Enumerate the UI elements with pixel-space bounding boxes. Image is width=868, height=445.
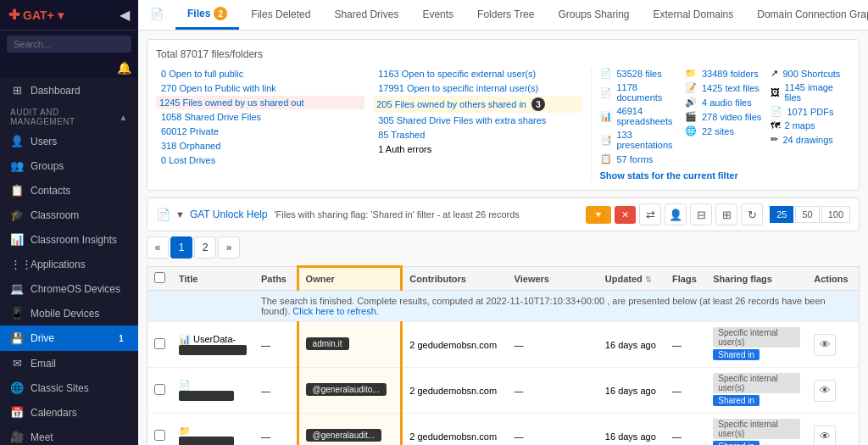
stat-orphaned[interactable]: 318 Orphaned <box>156 139 364 153</box>
stat-shared-drive-extra[interactable]: 305 Shared Drive Files with extra shares <box>373 114 581 127</box>
logo-arrow[interactable]: ▾ <box>58 8 64 22</box>
chevron-up-icon: ▲ <box>120 113 128 122</box>
stat-forms[interactable]: 📋 57 forms <box>600 153 681 165</box>
stat-drawings[interactable]: ✏ 24 drawings <box>771 133 851 146</box>
sidebar-item-classroom[interactable]: 🎓 Classroom <box>0 203 138 227</box>
pagination: « 1 2 » <box>147 236 240 259</box>
sidebar-item-drive[interactable]: 💾 Drive 1 <box>0 325 138 351</box>
per-page-25[interactable]: 25 <box>770 206 793 223</box>
stat-text-files[interactable]: 📝 1425 text files <box>685 81 765 94</box>
tab-domain-connection[interactable]: Domain Connection Graph <box>745 2 868 30</box>
next-page-btn[interactable]: » <box>218 236 240 259</box>
sidebar-header: ✚ GAT+ ▾ ◀ <box>0 0 138 31</box>
drive-icon: 💾 <box>10 332 24 345</box>
stat-spreadsheets[interactable]: 📊 46914 spreadsheets <box>600 105 681 127</box>
sidebar-item-contacts[interactable]: 📋 Contacts <box>0 178 138 203</box>
bell-icon[interactable]: 🔔 <box>117 61 131 75</box>
per-page-50[interactable]: 50 <box>795 206 819 223</box>
stat-video[interactable]: 🎬 278 video files <box>685 110 765 123</box>
row2-checkbox-input[interactable] <box>154 384 165 395</box>
classroom-insights-icon: 📊 <box>10 233 24 246</box>
tab-folders-tree[interactable]: Folders Tree <box>465 2 546 30</box>
sidebar-item-calendars[interactable]: 📅 Calendars <box>0 400 138 425</box>
gat-unlock-help-link[interactable]: GAT Unlock Help <box>190 209 268 220</box>
sidebar-item-meet[interactable]: 🎥 Meet <box>0 425 138 445</box>
row1-actions: 👁 <box>807 322 859 368</box>
stat-open-public-link[interactable]: 270 Open to Public with link <box>156 81 364 95</box>
sidebar-item-applications[interactable]: ⋮⋮ Applications <box>0 252 138 276</box>
sidebar-item-classic-sites[interactable]: 🌐 Classic Sites <box>0 375 138 400</box>
per-page-100[interactable]: 100 <box>821 206 850 223</box>
meet-icon: 🎥 <box>10 431 24 443</box>
sidebar-item-email[interactable]: ✉ Email <box>0 351 138 375</box>
filter-bar-text: 'Files with sharing flag: 'Shared in' fi… <box>274 209 579 220</box>
click-refresh-link[interactable]: Click here to refresh. <box>292 306 378 316</box>
stat-files-others-shared-in[interactable]: 205 Files owned by others shared in 3 <box>373 96 581 113</box>
tab-external-domains[interactable]: External Domains <box>642 2 746 30</box>
row3-paths: — <box>254 414 298 446</box>
row2-view-btn[interactable]: 👁 <box>814 380 836 402</box>
stat-documents[interactable]: 📄 1178 documents <box>600 81 681 103</box>
tab-file-content-search[interactable]: 📄 <box>138 1 175 30</box>
row3-updated: 16 days ago <box>598 414 665 446</box>
row1-view-btn[interactable]: 👁 <box>814 334 836 356</box>
stat-files-owned-shared-out[interactable]: 1245 Files owned by us shared out <box>156 96 364 109</box>
stat-folders[interactable]: 📁 33489 folders <box>685 67 765 80</box>
col-viewers: Viewers <box>508 267 598 291</box>
tab-files-deleted[interactable]: Files Deleted <box>239 2 322 30</box>
stat-lost-drives[interactable]: 0 Lost Drives <box>156 153 364 167</box>
stat-audio[interactable]: 🔊 4 audio files <box>685 96 765 108</box>
stat-private[interactable]: 60012 Private <box>156 125 364 138</box>
stat-images[interactable]: 🖼 1145 image files <box>771 81 851 103</box>
tab-files[interactable]: Files 2 <box>175 0 239 30</box>
filter-icon-btn-2[interactable]: 👤 <box>665 203 687 225</box>
stat-open-internal[interactable]: 17991 Open to specific internal user(s) <box>373 81 581 95</box>
top-tabs: 📄 Files 2 Files Deleted Shared Drives Ev… <box>138 0 868 31</box>
row3-view-btn[interactable]: 👁 <box>814 426 836 446</box>
stat-presentations[interactable]: 📑 133 presentations <box>600 129 681 151</box>
filter-icon-btn-4[interactable]: ⊞ <box>715 203 737 225</box>
stat-sites[interactable]: 🌐 22 sites <box>685 125 765 137</box>
stat-trashed[interactable]: 85 Trashed <box>373 128 581 142</box>
show-stats-link[interactable]: Show stats for the current filter <box>600 170 738 181</box>
stat-files-count[interactable]: 📄 53528 files <box>600 67 681 80</box>
select-all-checkbox[interactable] <box>154 272 165 283</box>
col-paths: Paths <box>254 267 298 291</box>
sidebar-search-input[interactable] <box>7 36 131 53</box>
stat-shared-drive-files[interactable]: 1058 Shared Drive Files <box>156 110 364 124</box>
filter-clear-btn[interactable]: ✕ <box>615 206 636 224</box>
filter-icon-btn-1[interactable]: ⇄ <box>639 203 661 225</box>
shared-drives-label: Shared Drives <box>334 8 398 20</box>
sidebar-item-users[interactable]: 👤 Users <box>0 129 138 153</box>
sidebar-item-label: Applications <box>31 259 86 270</box>
tab-groups-sharing[interactable]: Groups Sharing <box>546 2 641 30</box>
row1-checkbox <box>147 322 173 368</box>
page-1-btn[interactable]: 1 <box>170 236 192 259</box>
row1-checkbox-input[interactable] <box>154 338 165 349</box>
sidebar-item-chromeos[interactable]: 💻 ChromeOS Devices <box>0 276 138 301</box>
sidebar-item-mobile[interactable]: 📱 Mobile Devices <box>0 301 138 325</box>
sidebar-item-dashboard[interactable]: ⊞ Dashboard <box>0 78 138 103</box>
stat-open-external[interactable]: 1163 Open to specific external user(s) <box>373 67 581 81</box>
page-2-btn[interactable]: 2 <box>194 236 216 259</box>
filter-dropdown-btn[interactable]: ▼ <box>175 209 185 220</box>
filter-icon-btn-3[interactable]: ⊟ <box>690 203 712 225</box>
prev-page-btn[interactable]: « <box>147 236 169 259</box>
sidebar-item-classroom-insights[interactable]: 📊 Classroom Insights <box>0 227 138 252</box>
stat-pdfs[interactable]: 📄 1071 PDFs <box>771 105 851 118</box>
tab-events[interactable]: Events <box>410 2 465 30</box>
row2-actions: 👁 <box>807 368 859 414</box>
row3-checkbox-input[interactable] <box>154 430 165 441</box>
row2-flags: — <box>665 368 706 414</box>
sidebar-item-groups[interactable]: 👥 Groups <box>0 153 138 178</box>
groups-sharing-label: Groups Sharing <box>558 8 629 20</box>
tab-shared-drives[interactable]: Shared Drives <box>322 2 410 30</box>
filter-refresh-btn[interactable]: ↻ <box>741 203 763 225</box>
sidebar-collapse-btn[interactable]: ◀ <box>120 7 130 23</box>
stat-open-public[interactable]: 0 Open to full public <box>156 67 364 81</box>
filter-orange-btn[interactable]: 🔽 <box>586 206 611 224</box>
stat-shortcuts[interactable]: ↗ 900 Shortcuts <box>771 67 851 80</box>
row3-sharing-flags: Specific internal user(s) Shared in <box>706 414 807 446</box>
dashboard-icon: ⊞ <box>10 84 24 97</box>
stat-maps[interactable]: 🗺 2 maps <box>771 120 851 131</box>
